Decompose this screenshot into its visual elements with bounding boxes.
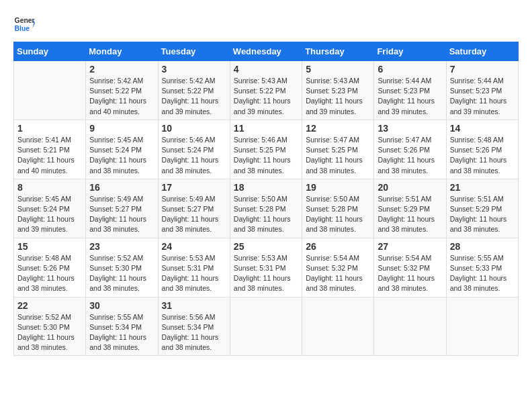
column-header-thursday: Thursday xyxy=(302,42,374,61)
column-header-monday: Monday xyxy=(86,42,158,61)
svg-text:Blue: Blue xyxy=(15,25,30,32)
calendar-cell xyxy=(302,297,374,356)
day-number: 7 xyxy=(450,64,515,75)
day-info: Sunrise: 5:50 AM Sunset: 5:28 PM Dayligh… xyxy=(234,194,298,235)
day-info: Sunrise: 5:42 AM Sunset: 5:22 PM Dayligh… xyxy=(89,76,154,117)
column-header-tuesday: Tuesday xyxy=(158,42,230,61)
day-info: Sunrise: 5:45 AM Sunset: 5:24 PM Dayligh… xyxy=(17,194,82,235)
day-info: Sunrise: 5:49 AM Sunset: 5:27 PM Dayligh… xyxy=(162,194,226,235)
day-info: Sunrise: 5:49 AM Sunset: 5:27 PM Dayligh… xyxy=(89,194,154,235)
day-info: Sunrise: 5:43 AM Sunset: 5:23 PM Dayligh… xyxy=(306,76,370,117)
day-number: 24 xyxy=(162,241,226,252)
day-info: Sunrise: 5:42 AM Sunset: 5:22 PM Dayligh… xyxy=(162,76,226,117)
day-number: 5 xyxy=(306,64,370,75)
day-number: 19 xyxy=(306,182,370,193)
calendar-cell: 23Sunrise: 5:52 AM Sunset: 5:30 PM Dayli… xyxy=(86,238,158,297)
day-number: 31 xyxy=(162,300,226,311)
day-info: Sunrise: 5:47 AM Sunset: 5:26 PM Dayligh… xyxy=(378,135,442,176)
calendar-cell: 10Sunrise: 5:46 AM Sunset: 5:24 PM Dayli… xyxy=(158,120,230,179)
day-info: Sunrise: 5:56 AM Sunset: 5:34 PM Dayligh… xyxy=(162,312,226,353)
day-info: Sunrise: 5:50 AM Sunset: 5:28 PM Dayligh… xyxy=(306,194,370,235)
day-number: 10 xyxy=(162,123,226,134)
logo: General Blue xyxy=(13,13,35,35)
calendar-cell: 16Sunrise: 5:49 AM Sunset: 5:27 PM Dayli… xyxy=(86,179,158,238)
calendar-cell: 28Sunrise: 5:55 AM Sunset: 5:33 PM Dayli… xyxy=(446,238,518,297)
calendar-row-5: 22Sunrise: 5:52 AM Sunset: 5:30 PM Dayli… xyxy=(14,297,519,356)
calendar-row-2: 1Sunrise: 5:41 AM Sunset: 5:21 PM Daylig… xyxy=(14,120,519,179)
calendar-cell: 13Sunrise: 5:47 AM Sunset: 5:26 PM Dayli… xyxy=(374,120,446,179)
day-info: Sunrise: 5:41 AM Sunset: 5:21 PM Dayligh… xyxy=(17,135,82,176)
day-number: 8 xyxy=(17,182,82,193)
day-number: 18 xyxy=(234,182,298,193)
calendar-cell: 3Sunrise: 5:42 AM Sunset: 5:22 PM Daylig… xyxy=(158,61,230,120)
calendar-cell: 7Sunrise: 5:44 AM Sunset: 5:23 PM Daylig… xyxy=(446,61,518,120)
calendar-cell: 30Sunrise: 5:55 AM Sunset: 5:34 PM Dayli… xyxy=(86,297,158,356)
day-info: Sunrise: 5:43 AM Sunset: 5:22 PM Dayligh… xyxy=(234,76,298,117)
calendar-body: 2Sunrise: 5:42 AM Sunset: 5:22 PM Daylig… xyxy=(14,61,519,356)
day-number: 14 xyxy=(450,123,515,134)
day-info: Sunrise: 5:47 AM Sunset: 5:25 PM Dayligh… xyxy=(306,135,370,176)
day-info: Sunrise: 5:51 AM Sunset: 5:29 PM Dayligh… xyxy=(378,194,442,235)
calendar-cell: 4Sunrise: 5:43 AM Sunset: 5:22 PM Daylig… xyxy=(230,61,302,120)
calendar-cell xyxy=(446,297,518,356)
column-header-friday: Friday xyxy=(374,42,446,61)
calendar-cell: 22Sunrise: 5:52 AM Sunset: 5:30 PM Dayli… xyxy=(14,297,86,356)
day-info: Sunrise: 5:45 AM Sunset: 5:24 PM Dayligh… xyxy=(89,135,154,176)
logo-icon: General Blue xyxy=(13,13,35,35)
page-header: General Blue xyxy=(13,13,519,35)
calendar-cell: 27Sunrise: 5:54 AM Sunset: 5:32 PM Dayli… xyxy=(374,238,446,297)
calendar-row-3: 8Sunrise: 5:45 AM Sunset: 5:24 PM Daylig… xyxy=(14,179,519,238)
day-number: 3 xyxy=(162,64,226,75)
day-number: 20 xyxy=(378,182,442,193)
day-number: 4 xyxy=(234,64,298,75)
day-number: 11 xyxy=(234,123,298,134)
column-header-wednesday: Wednesday xyxy=(230,42,302,61)
day-info: Sunrise: 5:55 AM Sunset: 5:34 PM Dayligh… xyxy=(89,312,154,353)
day-number: 12 xyxy=(306,123,370,134)
day-number: 6 xyxy=(378,64,442,75)
calendar-table: SundayMondayTuesdayWednesdayThursdayFrid… xyxy=(13,42,519,356)
day-info: Sunrise: 5:44 AM Sunset: 5:23 PM Dayligh… xyxy=(450,76,515,117)
calendar-cell: 2Sunrise: 5:42 AM Sunset: 5:22 PM Daylig… xyxy=(86,61,158,120)
day-info: Sunrise: 5:53 AM Sunset: 5:31 PM Dayligh… xyxy=(162,253,226,294)
day-number: 27 xyxy=(378,241,442,252)
calendar-cell xyxy=(14,61,86,120)
calendar-cell: 24Sunrise: 5:53 AM Sunset: 5:31 PM Dayli… xyxy=(158,238,230,297)
calendar-cell: 15Sunrise: 5:48 AM Sunset: 5:26 PM Dayli… xyxy=(14,238,86,297)
calendar-cell: 17Sunrise: 5:49 AM Sunset: 5:27 PM Dayli… xyxy=(158,179,230,238)
calendar-cell: 11Sunrise: 5:46 AM Sunset: 5:25 PM Dayli… xyxy=(230,120,302,179)
day-number: 13 xyxy=(378,123,442,134)
svg-text:General: General xyxy=(15,17,35,24)
day-number: 26 xyxy=(306,241,370,252)
calendar-cell xyxy=(374,297,446,356)
day-number: 25 xyxy=(234,241,298,252)
calendar-cell: 18Sunrise: 5:50 AM Sunset: 5:28 PM Dayli… xyxy=(230,179,302,238)
column-header-sunday: Sunday xyxy=(14,42,86,61)
day-info: Sunrise: 5:52 AM Sunset: 5:30 PM Dayligh… xyxy=(17,312,82,353)
day-info: Sunrise: 5:51 AM Sunset: 5:29 PM Dayligh… xyxy=(450,194,515,235)
calendar-cell: 8Sunrise: 5:45 AM Sunset: 5:24 PM Daylig… xyxy=(14,179,86,238)
day-info: Sunrise: 5:53 AM Sunset: 5:31 PM Dayligh… xyxy=(234,253,298,294)
calendar-row-4: 15Sunrise: 5:48 AM Sunset: 5:26 PM Dayli… xyxy=(14,238,519,297)
day-number: 16 xyxy=(89,182,154,193)
calendar-cell: 12Sunrise: 5:47 AM Sunset: 5:25 PM Dayli… xyxy=(302,120,374,179)
day-number: 22 xyxy=(17,300,82,311)
column-header-saturday: Saturday xyxy=(446,42,518,61)
calendar-cell: 5Sunrise: 5:43 AM Sunset: 5:23 PM Daylig… xyxy=(302,61,374,120)
calendar-cell: 19Sunrise: 5:50 AM Sunset: 5:28 PM Dayli… xyxy=(302,179,374,238)
day-info: Sunrise: 5:48 AM Sunset: 5:26 PM Dayligh… xyxy=(17,253,82,294)
day-info: Sunrise: 5:44 AM Sunset: 5:23 PM Dayligh… xyxy=(378,76,442,117)
day-number: 28 xyxy=(450,241,515,252)
calendar-cell xyxy=(230,297,302,356)
day-number: 23 xyxy=(89,241,154,252)
calendar-cell: 21Sunrise: 5:51 AM Sunset: 5:29 PM Dayli… xyxy=(446,179,518,238)
day-number: 2 xyxy=(89,64,154,75)
day-number: 15 xyxy=(17,241,82,252)
day-info: Sunrise: 5:55 AM Sunset: 5:33 PM Dayligh… xyxy=(450,253,515,294)
calendar-row-1: 2Sunrise: 5:42 AM Sunset: 5:22 PM Daylig… xyxy=(14,61,519,120)
day-number: 30 xyxy=(89,300,154,311)
calendar-cell: 31Sunrise: 5:56 AM Sunset: 5:34 PM Dayli… xyxy=(158,297,230,356)
calendar-header-row: SundayMondayTuesdayWednesdayThursdayFrid… xyxy=(14,42,519,61)
calendar-cell: 20Sunrise: 5:51 AM Sunset: 5:29 PM Dayli… xyxy=(374,179,446,238)
day-number: 21 xyxy=(450,182,515,193)
